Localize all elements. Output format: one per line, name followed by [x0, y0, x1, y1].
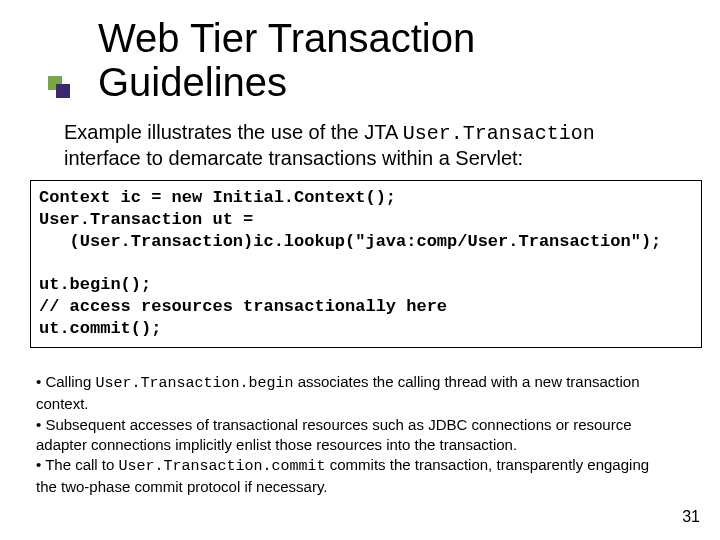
- note1-pre: • Calling: [36, 373, 95, 390]
- note-item-3: • The call to User.Transaction.commit co…: [36, 455, 656, 498]
- code-block: Context ic = new Initial.Context(); User…: [30, 180, 702, 348]
- svg-rect-1: [56, 84, 70, 98]
- page-number: 31: [682, 508, 700, 526]
- note-item-1: • Calling User.Transaction.begin associa…: [36, 372, 656, 415]
- intro-code: User.Transaction: [403, 122, 595, 145]
- note3-code: User.Transaction.commit: [119, 458, 326, 475]
- intro-pre: Example illustrates the use of the JTA: [64, 121, 403, 143]
- note3-pre: • The call to: [36, 456, 119, 473]
- note-item-2: • Subsequent accesses of transactional r…: [36, 415, 656, 456]
- intro-text: Example illustrates the use of the JTA U…: [64, 120, 664, 171]
- notes-block: • Calling User.Transaction.begin associa…: [36, 372, 656, 498]
- slide-title: Web Tier Transaction Guidelines: [98, 16, 658, 104]
- title-bullet-icon: [48, 76, 72, 100]
- intro-post: interface to demarcate transactions with…: [64, 147, 523, 169]
- note1-code: User.Transaction.begin: [95, 375, 293, 392]
